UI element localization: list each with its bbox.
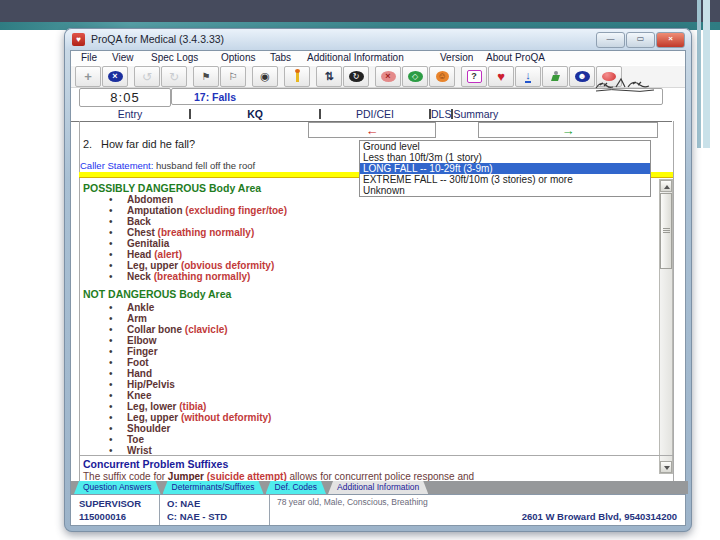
window-title: ProQA for Medical (3.4.3.33) xyxy=(91,33,224,45)
question-number: 2. xyxy=(83,138,101,150)
answer-option[interactable]: Unknown xyxy=(360,185,650,196)
vertical-scrollbar[interactable] xyxy=(659,179,673,474)
minimize-button[interactable]: — xyxy=(596,32,625,48)
tab-additional-information[interactable]: Additional Information xyxy=(328,481,428,494)
recycle-icon[interactable]: ◇ xyxy=(402,66,428,87)
not-dangerous-heading: NOT DANGEROUS Body Area xyxy=(83,288,231,300)
target-icon[interactable]: ◉ xyxy=(252,66,278,87)
tab-dls[interactable]: DLS xyxy=(431,108,451,120)
redo-icon[interactable]: ↻ xyxy=(161,66,187,87)
app-window: ♥ ProQA for Medical (3.4.3.33) — ▭ × Fil… xyxy=(64,28,692,532)
bottom-tabs: Question Answers Determinants/Suffixes D… xyxy=(71,481,688,494)
menu-item-options[interactable]: Options xyxy=(221,52,255,63)
tab-pdi-cei[interactable]: PDI/CEI xyxy=(321,108,429,120)
tab-def-codes[interactable]: Def. Codes xyxy=(266,481,327,494)
tab-entry[interactable]: Entry xyxy=(71,108,189,120)
not-dangerous-list: Ankle Arm Collar bone (clavicle) Elbow F… xyxy=(79,302,271,456)
tab-question-answers[interactable]: Question Answers xyxy=(74,481,161,494)
body-area-item: Abdomen xyxy=(79,194,287,205)
body-area-item: Leg, upper (obvious deformity) xyxy=(79,260,287,271)
scroll-down-icon[interactable] xyxy=(660,461,672,473)
answer-option[interactable]: Ground level xyxy=(360,141,650,152)
title-bar[interactable]: ♥ ProQA for Medical (3.4.3.33) — ▭ × xyxy=(65,29,691,50)
candle-icon[interactable] xyxy=(284,66,310,87)
answer-option[interactable]: Less than 10ft/3m (1 story) xyxy=(360,152,650,163)
flag-outline-icon[interactable]: ⚐ xyxy=(220,66,246,87)
undo-icon[interactable]: ↺ xyxy=(134,66,160,87)
menu-item-version[interactable]: Version xyxy=(440,52,473,63)
refresh-icon[interactable]: ↻ xyxy=(343,66,369,87)
back-arrow-icon: ← xyxy=(366,123,379,138)
incident-address: 2601 W Broward Blvd, 9540314200 xyxy=(522,511,677,522)
face-blue-icon[interactable]: ☻ xyxy=(569,66,595,87)
body-area-item: Amputation (excluding finger/toe) xyxy=(79,205,287,216)
cancel-icon[interactable]: × xyxy=(102,66,128,87)
scroll-up-icon[interactable] xyxy=(660,180,672,192)
body-area-item: Knee xyxy=(79,390,271,401)
previous-question-button[interactable]: ← xyxy=(308,122,436,138)
section-divider xyxy=(79,455,673,456)
answer-option[interactable]: EXTREME FALL -- 30ft/10m (3 stories) or … xyxy=(360,174,650,185)
determinant-code: C: NAE - STD xyxy=(167,511,227,522)
scrollbar-thumb[interactable] xyxy=(660,193,672,269)
answer-option-selected[interactable]: LONG FALL -- 10-29ft (3-9m) xyxy=(360,163,650,174)
body-area-item: Toe xyxy=(79,434,271,445)
help-icon[interactable]: ? xyxy=(461,66,487,87)
face-orange-icon[interactable]: ☺ xyxy=(429,66,455,87)
menu-item-file[interactable]: File xyxy=(81,52,97,63)
caller-statement: Caller Statement: husband fell off the r… xyxy=(80,160,255,171)
tab-summary[interactable]: Summary xyxy=(453,108,498,120)
person-icon[interactable] xyxy=(542,66,568,87)
answer-list[interactable]: Ground level Less than 10ft/3m (1 story)… xyxy=(359,140,651,197)
add-icon[interactable]: + xyxy=(75,66,101,87)
status-bar: SUPERVISOR 115000016 O: NAE C: NAE - STD… xyxy=(71,494,685,525)
body-area-item: Shoulder xyxy=(79,423,271,434)
menu-item-tabs[interactable]: Tabs xyxy=(270,52,291,63)
slide-top-banner xyxy=(0,0,720,22)
menu-item-view[interactable]: View xyxy=(112,52,134,63)
body-area-item: Back xyxy=(79,216,287,227)
patient-summary: 78 year old, Male, Conscious, Breathing xyxy=(277,497,428,507)
main-tabs: Entry KQ PDI/CEI DLS Summary xyxy=(71,106,672,122)
body-area-item: Leg, upper (without deformity) xyxy=(79,412,271,423)
ink-doodle-icon xyxy=(594,72,656,100)
maximize-button[interactable]: ▭ xyxy=(626,32,655,48)
tab-determinants-suffixes[interactable]: Determinants/Suffixes xyxy=(163,481,264,494)
omega-code: O: NAE xyxy=(167,498,200,509)
forward-arrow-icon: → xyxy=(562,123,575,138)
sort-icon[interactable]: ⇅ xyxy=(316,66,342,87)
case-timer: 8:05 xyxy=(79,88,171,107)
fan-icon[interactable]: × xyxy=(375,66,401,87)
caller-statement-label: Caller Statement: xyxy=(80,160,153,171)
pin-icon[interactable]: ↓ xyxy=(515,66,541,87)
suffixes-heading: Concurrent Problem Suffixes xyxy=(83,458,228,470)
body-area-item: Collar bone (clavicle) xyxy=(79,324,271,335)
slide: ♥ ProQA for Medical (3.4.3.33) — ▭ × Fil… xyxy=(0,0,720,540)
heart-icon[interactable]: ♥ xyxy=(488,66,514,87)
window-controls: — ▭ × xyxy=(596,32,685,48)
body-area-item: Elbow xyxy=(79,335,271,346)
operator-name: SUPERVISOR xyxy=(79,498,141,509)
slide-right-stripe xyxy=(703,0,710,148)
tab-kq[interactable]: KQ xyxy=(191,108,319,120)
slide-right-stripe xyxy=(697,0,701,148)
close-button[interactable]: × xyxy=(656,32,685,48)
body-area-item: Arm xyxy=(79,313,271,324)
chief-complaint: 17: Falls xyxy=(171,88,663,105)
next-question-button[interactable]: → xyxy=(478,122,658,138)
content-right-border xyxy=(673,121,674,482)
menu-item-additional-information[interactable]: Additional Information xyxy=(307,52,404,63)
toolbar: + × ↺ ↻ ⚑ ⚐ ◉ ⇅ ↻ × ◇ ☺ ? ♥ ↓ ☻ xyxy=(71,66,685,88)
question-text: 2.How far did he fall? xyxy=(83,138,195,150)
body-area-item: Finger xyxy=(79,346,271,357)
body-area-item: Ankle xyxy=(79,302,271,313)
caller-statement-value: husband fell off the roof xyxy=(153,160,255,171)
possibly-dangerous-list: Abdomen Amputation (excluding finger/toe… xyxy=(79,194,287,282)
menu-item-about-proqa[interactable]: About ProQA xyxy=(486,52,545,63)
body-area-item: Neck (breathing normally) xyxy=(79,271,287,282)
body-area-item: Foot xyxy=(79,357,271,368)
flag-icon[interactable]: ⚑ xyxy=(193,66,219,87)
menu-item-spec-logs[interactable]: Spec Logs xyxy=(151,52,198,63)
body-area-item: Head (alert) xyxy=(79,249,287,260)
app-logo-icon: ♥ xyxy=(72,33,85,46)
